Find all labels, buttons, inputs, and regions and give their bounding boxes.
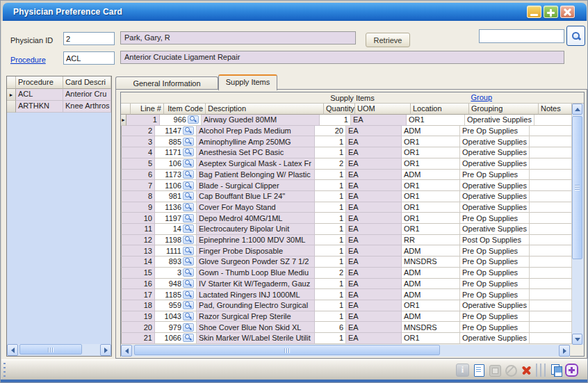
search-button[interactable] xyxy=(566,26,585,46)
uom-cell[interactable]: EA xyxy=(351,115,407,126)
scrollbar-thumb[interactable] xyxy=(19,344,82,355)
item-code-cell[interactable]: 1173 xyxy=(155,170,197,181)
card-description-cell[interactable]: Knee Arthros xyxy=(63,101,111,113)
tab-general-information[interactable]: General Information xyxy=(115,76,218,90)
item-code-cell[interactable]: 1185 xyxy=(155,289,197,300)
item-code-column-header[interactable]: Item Code xyxy=(164,104,206,115)
notes-cell[interactable] xyxy=(530,322,572,333)
item-lookup-button[interactable] xyxy=(183,323,194,332)
item-lookup-button[interactable] xyxy=(183,257,194,266)
notes-cell[interactable] xyxy=(530,224,572,235)
notes-cell[interactable] xyxy=(534,115,572,126)
list-item[interactable]: ►ACLAnterior Cru xyxy=(7,89,111,101)
grouping-cell[interactable]: Pre Op Supplies xyxy=(460,256,530,268)
list-item[interactable]: ARTHKNKnee Arthros xyxy=(7,101,111,113)
quantity-cell[interactable]: 1 xyxy=(315,202,346,213)
quantity-cell[interactable]: 1 xyxy=(315,191,346,202)
item-lookup-button[interactable] xyxy=(183,247,194,255)
notes-cell[interactable] xyxy=(530,202,572,213)
item-code-cell[interactable]: 14 xyxy=(155,224,197,235)
close-button[interactable] xyxy=(560,6,575,18)
location-cell[interactable]: MNSDRS xyxy=(402,256,460,268)
description-cell[interactable]: Pad, Grounding Electro Surgical xyxy=(197,300,315,311)
grouping-cell[interactable]: Pre Op Supplies xyxy=(460,213,530,224)
vscrollbar-track[interactable] xyxy=(572,115,584,334)
quantity-cell[interactable]: 1 xyxy=(315,245,346,256)
item-code-cell[interactable]: 966 xyxy=(160,115,202,126)
item-lookup-button[interactable] xyxy=(183,291,194,299)
quantity-cell[interactable]: 2 xyxy=(315,158,346,170)
item-code-cell[interactable]: 885 xyxy=(155,136,197,147)
uom-cell[interactable]: EA xyxy=(346,170,402,181)
grouping-cell[interactable]: Pre Op Supplies xyxy=(460,170,530,181)
item-code-cell[interactable]: 1043 xyxy=(155,311,197,323)
table-row[interactable]: ►1966Airway Guedel 80MM1EAOR1Operative S… xyxy=(121,115,572,126)
description-cell[interactable]: Anesthesia Set PC Basic xyxy=(197,147,315,158)
notes-cell[interactable] xyxy=(530,180,572,191)
table-row[interactable]: 131111Finger Probe Disposable1EAADMPre O… xyxy=(121,245,572,256)
quantity-cell[interactable]: 1 xyxy=(315,300,346,311)
location-cell[interactable]: OR1 xyxy=(402,202,460,213)
quantity-cell[interactable]: 2 xyxy=(315,268,346,279)
description-cell[interactable]: Cap Bouffant Blue LF 24" xyxy=(197,191,315,202)
location-cell[interactable]: ADM xyxy=(402,268,460,279)
uom-cell[interactable]: EA xyxy=(346,279,402,290)
table-row[interactable]: 8981Cap Bouffant Blue LF 24"1EAOR1Operat… xyxy=(121,191,572,202)
table-row[interactable]: 1114Electrocautery Bipolar Unit1EAOR1Ope… xyxy=(121,224,572,235)
table-row[interactable]: 171185Lactated Ringers INJ 1000ML1EAADMP… xyxy=(121,289,572,300)
table-row[interactable]: 61173Bag Patient Belonging W/ Plastic1EA… xyxy=(121,170,572,181)
location-cell[interactable]: ADM xyxy=(402,279,460,290)
item-lookup-button[interactable] xyxy=(183,170,194,179)
item-code-cell[interactable]: 1136 xyxy=(155,202,197,213)
item-lookup-button[interactable] xyxy=(183,192,194,200)
table-row[interactable]: 18959Pad, Grounding Electro Surgical1EAO… xyxy=(121,300,572,311)
quantity-cell[interactable]: 1 xyxy=(315,279,346,290)
notes-cell[interactable] xyxy=(530,256,572,268)
location-cell[interactable]: OR1 xyxy=(407,115,465,126)
item-lookup-button[interactable] xyxy=(183,268,194,277)
uom-cell[interactable]: EA xyxy=(346,202,402,213)
table-row[interactable]: 191043Razor Surgical Prep Sterile1EAADMP… xyxy=(121,311,572,323)
procedure-link[interactable]: Procedure xyxy=(10,56,46,64)
procedure-input[interactable] xyxy=(63,51,115,65)
description-column-header[interactable]: Description xyxy=(206,104,324,115)
table-row[interactable]: 5106Aseptex Surgical Mask - Latex Fr2EAO… xyxy=(121,158,572,170)
quantity-cell[interactable]: 1 xyxy=(315,147,346,158)
uom-cell[interactable]: EA xyxy=(346,333,402,344)
row-selector[interactable]: ► xyxy=(121,115,126,126)
description-cell[interactable]: Aseptex Surgical Mask - Latex Fr xyxy=(197,158,315,170)
description-cell[interactable]: Gown - Thumb Loop Blue Mediu xyxy=(197,268,315,279)
location-cell[interactable]: OR1 xyxy=(402,191,460,202)
quantity-cell[interactable]: 1 xyxy=(315,333,346,344)
location-cell[interactable]: OR1 xyxy=(402,333,460,344)
description-cell[interactable]: Cover For Mayo Stand xyxy=(197,202,315,213)
grouping-cell[interactable]: Pre Op Supplies xyxy=(460,322,530,333)
grid-hscrollbar[interactable] xyxy=(121,345,570,357)
description-cell[interactable]: Bag Patient Belonging W/ Plastic xyxy=(197,170,315,181)
description-cell[interactable]: Epinephrine 1:1000 MDV 30ML xyxy=(197,235,315,246)
item-code-cell[interactable]: 948 xyxy=(155,279,197,290)
sizing-grip[interactable] xyxy=(3,363,6,378)
grouping-cell[interactable]: Pre Op Supplies xyxy=(460,268,530,279)
grouping-cell[interactable]: Pre Op Supplies xyxy=(460,279,530,290)
uom-cell[interactable]: EA xyxy=(346,126,402,137)
item-code-cell[interactable]: 979 xyxy=(155,322,197,333)
card-description-column-header[interactable]: Card Descri xyxy=(63,76,111,89)
uom-cell[interactable]: EA xyxy=(346,289,402,300)
notes-cell[interactable] xyxy=(530,245,572,256)
grouping-cell[interactable]: Pre Op Supplies xyxy=(460,126,530,137)
item-code-cell[interactable]: 3 xyxy=(155,268,197,279)
item-lookup-button[interactable] xyxy=(183,127,194,135)
description-cell[interactable]: Blade - Surgical Clipper xyxy=(197,180,315,191)
notes-cell[interactable] xyxy=(530,126,572,137)
item-lookup-button[interactable] xyxy=(183,203,194,211)
cancel-icon[interactable] xyxy=(504,364,517,377)
procedure-column-header[interactable]: Procedure xyxy=(16,76,63,89)
scroll-down-button[interactable] xyxy=(572,334,582,345)
item-code-cell[interactable]: 981 xyxy=(155,191,197,202)
quantity-cell[interactable]: 1 xyxy=(315,180,346,191)
description-cell[interactable]: Shoe Cover Blue Non Skid XL xyxy=(197,322,315,333)
card-description-cell[interactable]: Anterior Cru xyxy=(63,89,111,101)
grouping-cell[interactable]: Operative Supplies xyxy=(460,224,530,235)
item-code-cell[interactable]: 1198 xyxy=(155,235,197,246)
